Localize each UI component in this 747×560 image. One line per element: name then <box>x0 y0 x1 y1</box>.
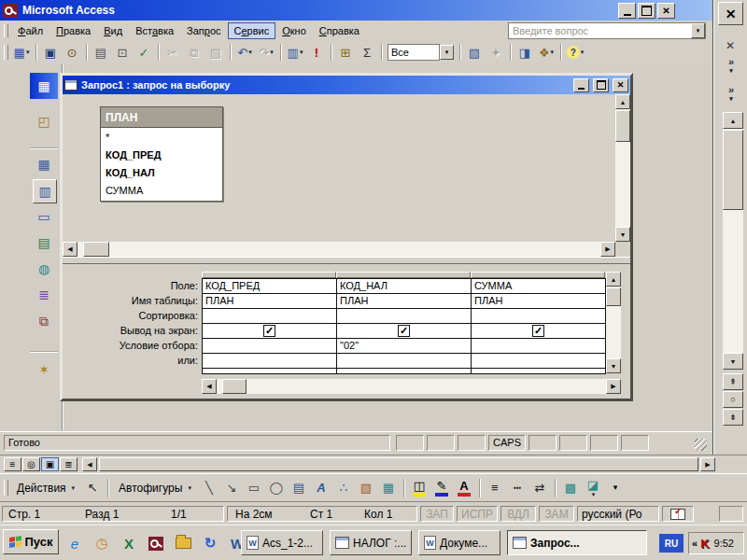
scroll-up-icon[interactable]: ▲ <box>606 272 621 287</box>
menu-item-help[interactable]: Справка <box>313 22 366 39</box>
chevron-down-icon[interactable]: ▾ <box>26 49 30 56</box>
outlook-icon[interactable]: ◷ <box>91 532 113 554</box>
word-vertical-scrollbar[interactable]: ▲ ▼ <box>723 112 743 370</box>
arrow-button[interactable]: ↘ <box>221 478 242 498</box>
line-style-button[interactable]: ≡ <box>485 478 505 498</box>
task-button-2[interactable]: НАЛОГ :... <box>330 530 412 555</box>
scrollbar-thumb[interactable] <box>615 110 630 142</box>
scrollbar-thumb[interactable] <box>222 379 247 394</box>
menu-item-window[interactable]: Окно <box>275 22 313 39</box>
web-layout-button[interactable]: ◎ <box>22 457 40 471</box>
picture-button[interactable]: ▦ <box>378 478 399 498</box>
grid-cell-table[interactable]: ПЛАН <box>203 294 337 309</box>
menu-item-view[interactable]: Вид <box>97 22 129 39</box>
totals-button[interactable]: Σ <box>357 42 377 63</box>
show-table-button[interactable]: ⊞ <box>335 42 356 63</box>
field-item[interactable]: КОД_ПРЕД <box>101 147 222 164</box>
database-window-icon[interactable]: ▦ <box>30 73 58 99</box>
scroll-up-icon[interactable]: ▲ <box>615 94 630 109</box>
scroll-left-icon[interactable]: ◀ <box>82 457 97 471</box>
autoshapes-menu[interactable]: Автофигуры▾ <box>113 480 197 497</box>
table-pane-hscrollbar[interactable]: ◀ ▶ <box>63 242 630 257</box>
browse-previous-button[interactable]: ⇞ <box>723 373 743 390</box>
toolbar-options[interactable]: ▾ <box>605 478 626 498</box>
menu-item-insert[interactable]: Вставка <box>129 22 180 39</box>
show-checkbox[interactable] <box>398 325 410 337</box>
grid-cell-empty[interactable] <box>203 369 337 374</box>
database-window-button[interactable]: ◨ <box>514 42 535 63</box>
scroll-down-icon[interactable]: ▼ <box>606 358 621 373</box>
line-button[interactable]: ╲ <box>199 478 219 498</box>
top-values-combo[interactable]: Все▾ <box>388 44 454 61</box>
diagram-button[interactable]: ∴ <box>333 478 354 498</box>
scroll-down-icon[interactable]: ▼ <box>615 227 630 242</box>
chevron-down-icon[interactable]: ▾ <box>691 23 705 38</box>
grid-vscrollbar[interactable]: ▲▼ <box>606 272 621 373</box>
grid-cell-table[interactable]: ПЛАН <box>472 294 606 309</box>
maximize-button[interactable] <box>638 3 655 19</box>
close-icon[interactable]: ✕ <box>657 3 675 19</box>
chevron-down-icon[interactable]: ▾ <box>581 49 585 56</box>
refresh-icon[interactable]: ↻ <box>199 532 221 554</box>
scroll-right-icon[interactable]: ▶ <box>606 379 621 394</box>
language-indicator[interactable]: русский (Ро <box>577 506 659 522</box>
oval-button[interactable]: ◯ <box>266 478 287 498</box>
field-item[interactable]: * <box>101 129 222 147</box>
spelling-button[interactable]: ✓ <box>134 42 154 63</box>
shadow-style-button[interactable]: ▩ <box>560 478 581 498</box>
word-close-icon[interactable]: ✕ <box>718 2 743 25</box>
query-maximize-button[interactable] <box>593 78 609 92</box>
undo-button[interactable]: ↶▾ <box>234 42 255 63</box>
scroll-up-icon[interactable]: ▲ <box>723 112 743 129</box>
grid-cell-show[interactable] <box>472 324 606 339</box>
field-item[interactable]: КОД_НАЛ <box>101 164 222 182</box>
grid-cell-field[interactable]: СУММА <box>472 279 606 294</box>
minimize-button[interactable] <box>618 3 636 19</box>
document-close-icon[interactable]: ✕ <box>726 39 735 52</box>
field-list-caption[interactable]: ПЛАН <box>101 107 222 128</box>
menu-item-tools[interactable]: Сервис <box>228 22 276 39</box>
print-button[interactable]: ▤ <box>91 42 111 63</box>
grid-cell-or[interactable] <box>472 354 606 369</box>
queries-icon[interactable]: ▥ <box>33 179 57 203</box>
excel-icon[interactable]: X <box>118 532 140 554</box>
grid-cell-criteria[interactable] <box>472 339 606 354</box>
scroll-left-icon[interactable]: ◀ <box>202 379 217 394</box>
help-button[interactable]: ?▾ <box>565 42 585 63</box>
tray-collapse-icon[interactable]: « <box>692 538 698 549</box>
scroll-left-icon[interactable]: ◀ <box>63 242 78 257</box>
show-checkbox[interactable] <box>532 325 544 337</box>
grid-cell-sort[interactable] <box>337 309 472 324</box>
chevron-down-icon[interactable]: ▾ <box>270 49 274 56</box>
file-search-button[interactable]: ⊙ <box>62 42 82 63</box>
threed-style-button[interactable]: ◪▾ <box>583 478 603 498</box>
grid-cell-empty[interactable] <box>337 369 472 374</box>
field-item[interactable]: СУММА <box>101 182 222 200</box>
select-objects-button[interactable]: ↖ <box>82 478 103 498</box>
grid-cell-or[interactable] <box>203 354 337 369</box>
show-checkbox[interactable] <box>263 325 275 337</box>
properties-button[interactable]: ▧ <box>464 42 485 63</box>
spelling-status-panel[interactable] <box>662 506 694 522</box>
rectangle-button[interactable]: ▭ <box>244 478 264 498</box>
dash-style-button[interactable]: ┅ <box>507 478 528 498</box>
select-browse-object-button[interactable]: ○ <box>723 391 743 408</box>
pane-splitter[interactable] <box>63 257 630 264</box>
tables-icon[interactable]: ▦ <box>33 153 55 175</box>
grid-cell-field[interactable]: КОД_ПРЕД <box>203 279 337 294</box>
grid-cell-criteria[interactable] <box>203 339 337 354</box>
arrow-style-button[interactable]: ⇄ <box>529 478 550 498</box>
scrollbar-thumb[interactable] <box>99 457 698 471</box>
scrollbar-thumb[interactable] <box>606 287 621 306</box>
extend-selection-indicator[interactable]: ВДЛ <box>500 506 536 522</box>
scrollbar-thumb[interactable] <box>723 130 743 210</box>
chevron-down-icon[interactable]: ▾ <box>300 49 303 56</box>
modules-icon[interactable]: ⧉ <box>33 310 55 332</box>
query-minimize-button[interactable] <box>573 78 589 92</box>
column-selector[interactable] <box>202 272 336 278</box>
grid-cell-table[interactable]: ПЛАН <box>337 294 472 309</box>
text-box-button[interactable]: ▤ <box>289 478 309 498</box>
hscrollbar-track[interactable] <box>99 457 698 471</box>
grid-cell-sort[interactable] <box>203 309 337 324</box>
print-preview-button[interactable]: ⊡ <box>112 42 133 63</box>
